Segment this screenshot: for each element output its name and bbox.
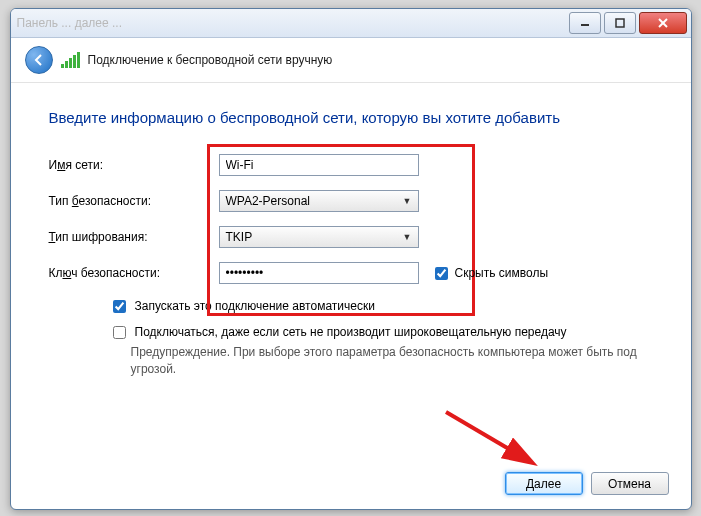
hide-chars-label: Скрыть символы <box>431 264 549 283</box>
minimize-icon <box>580 18 590 28</box>
arrow-icon <box>441 407 551 477</box>
chevron-down-icon: ▼ <box>403 232 412 242</box>
security-type-value: WPA2-Personal <box>226 194 310 208</box>
minimize-button[interactable] <box>569 12 601 34</box>
label-ssid: Имя сети: <box>49 158 209 172</box>
wizard-header: Подключение к беспроводной сети вручную <box>11 38 691 83</box>
chevron-down-icon: ▼ <box>403 196 412 206</box>
auto-start-row: Запускать это подключение автоматически <box>109 298 653 316</box>
titlebar: Панель ... далее ... <box>11 9 691 38</box>
wifi-signal-icon <box>61 52 80 68</box>
page-title: Введите информацию о беспроводной сети, … <box>49 109 653 126</box>
form: Имя сети: Тип безопасности: WPA2-Persona… <box>49 154 653 284</box>
label-security-type: Тип безопасности: <box>49 194 209 208</box>
annotation-arrow <box>441 407 551 480</box>
hide-chars-checkbox[interactable] <box>435 267 448 280</box>
svg-line-4 <box>446 412 531 462</box>
warning-text: Предупреждение. При выборе этого парамет… <box>131 344 641 378</box>
cancel-button[interactable]: Отмена <box>591 472 669 495</box>
ssid-input[interactable] <box>219 154 419 176</box>
close-button[interactable] <box>639 12 687 34</box>
wizard-window: Панель ... далее ... Подключение к беспр… <box>10 8 692 510</box>
maximize-icon <box>615 18 625 28</box>
connect-hidden-checkbox[interactable] <box>113 326 126 339</box>
encryption-type-combo[interactable]: TKIP ▼ <box>219 226 419 248</box>
auto-start-checkbox[interactable] <box>113 300 126 313</box>
footer-buttons: Далее Отмена <box>505 472 669 495</box>
svg-rect-1 <box>616 19 624 27</box>
next-button[interactable]: Далее <box>505 472 583 495</box>
content-area: Введите информацию о беспроводной сети, … <box>11 83 691 390</box>
connect-hidden-row: Подключаться, даже если сеть не производ… <box>109 324 653 342</box>
encryption-type-value: TKIP <box>226 230 253 244</box>
back-button[interactable] <box>25 46 53 74</box>
label-security-key: Ключ безопасности: <box>49 266 209 280</box>
security-type-combo[interactable]: WPA2-Personal ▼ <box>219 190 419 212</box>
security-key-input[interactable] <box>219 262 419 284</box>
back-arrow-icon <box>32 53 46 67</box>
maximize-button[interactable] <box>604 12 636 34</box>
close-icon <box>657 17 669 29</box>
titlebar-text: Панель ... далее ... <box>17 16 123 30</box>
wizard-header-title: Подключение к беспроводной сети вручную <box>88 53 333 67</box>
label-encryption-type: Тип шифрования: <box>49 230 209 244</box>
window-buttons <box>569 12 687 34</box>
